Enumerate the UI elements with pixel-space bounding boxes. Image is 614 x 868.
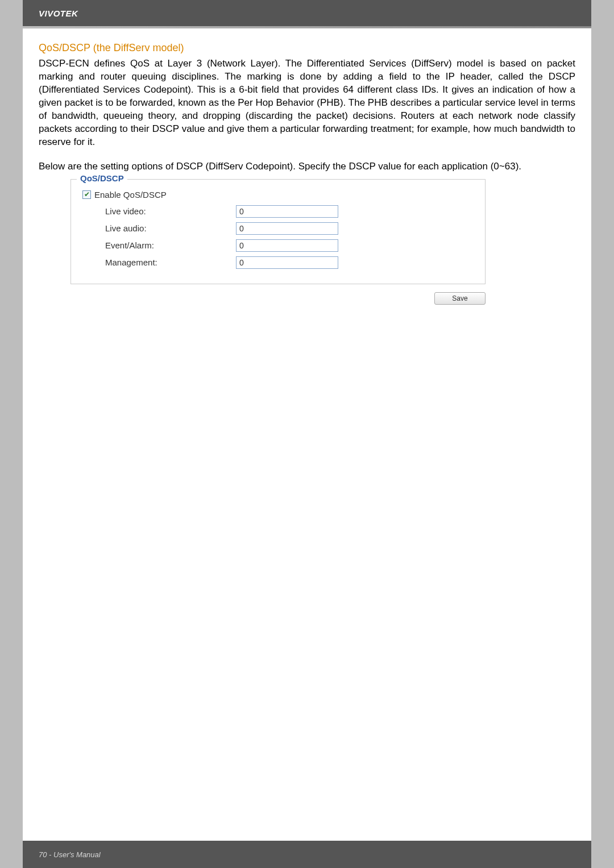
fieldset-legend: QoS/DSCP xyxy=(77,173,127,183)
section-title: QoS/DSCP (the DiffServ model) xyxy=(39,42,575,54)
management-row: Management: xyxy=(105,256,475,269)
qos-dscp-fieldset: QoS/DSCP ✔ Enable QoS/DSCP Live video: L… xyxy=(70,179,486,284)
event-alarm-label: Event/Alarm: xyxy=(105,240,236,250)
settings-screenshot: QoS/DSCP ✔ Enable QoS/DSCP Live video: L… xyxy=(70,179,575,305)
body-paragraph-2: Below are the setting options of DSCP (D… xyxy=(39,160,575,173)
page-footer: 70 - User's Manual xyxy=(23,841,591,868)
live-video-row: Live video: xyxy=(105,205,475,218)
live-audio-label: Live audio: xyxy=(105,223,236,233)
document-page: VIVOTEK QoS/DSCP (the DiffServ model) DS… xyxy=(23,0,591,868)
header-accent-bar xyxy=(23,26,591,28)
event-alarm-row: Event/Alarm: xyxy=(105,239,475,252)
save-button-row: Save xyxy=(70,292,486,305)
enable-qos-label: Enable QoS/DSCP xyxy=(94,190,167,200)
live-video-label: Live video: xyxy=(105,206,236,216)
live-video-input[interactable] xyxy=(236,205,338,218)
save-button[interactable]: Save xyxy=(434,292,486,305)
enable-qos-checkbox[interactable]: ✔ xyxy=(82,190,91,199)
brand-logo: VIVOTEK xyxy=(39,9,78,18)
live-audio-input[interactable] xyxy=(236,222,338,235)
body-paragraph-1: DSCP-ECN defines QoS at Layer 3 (Network… xyxy=(39,57,575,149)
live-audio-row: Live audio: xyxy=(105,222,475,235)
management-input[interactable] xyxy=(236,256,338,269)
event-alarm-input[interactable] xyxy=(236,239,338,252)
page-header: VIVOTEK xyxy=(23,0,591,26)
management-label: Management: xyxy=(105,258,236,267)
page-content: QoS/DSCP (the DiffServ model) DSCP-ECN d… xyxy=(23,32,591,305)
footer-page-number: 70 - User's Manual xyxy=(39,850,101,859)
enable-qos-row: ✔ Enable QoS/DSCP xyxy=(82,190,475,200)
